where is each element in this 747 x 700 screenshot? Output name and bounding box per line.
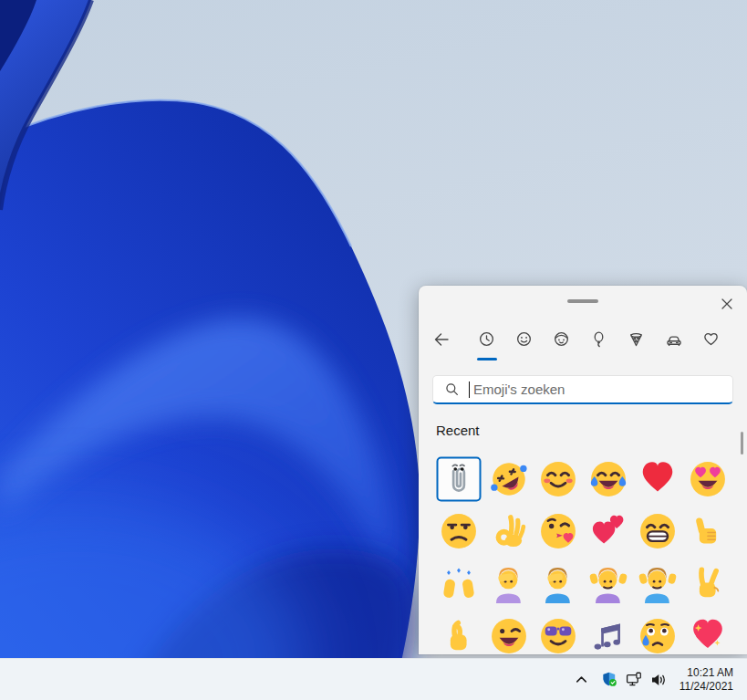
emoji-heart-eyes[interactable] xyxy=(683,453,733,505)
category-food[interactable] xyxy=(617,323,655,358)
emoji-panel: Recent xyxy=(419,286,747,654)
emoji-unamused-face[interactable] xyxy=(434,505,484,557)
emoji-grinning-face[interactable] xyxy=(633,505,683,557)
person-icon xyxy=(553,330,570,350)
category-transport[interactable] xyxy=(655,323,692,358)
volume-button[interactable] xyxy=(647,659,671,700)
emoji-clippy-paperclip[interactable] xyxy=(434,453,484,505)
emoji-grid xyxy=(434,453,732,654)
smiley-icon xyxy=(515,330,533,350)
taskbar: 10:21 AM 11/24/2021 xyxy=(0,658,747,700)
emoji-face-blowing-kiss[interactable] xyxy=(534,505,584,557)
emoji-man-shrugging[interactable] xyxy=(633,558,683,610)
section-title: Recent xyxy=(436,423,480,438)
emoji-musical-notes[interactable] xyxy=(584,610,634,654)
emoji-smiling-face-sunglasses[interactable] xyxy=(534,610,584,654)
back-arrow-icon xyxy=(432,330,451,351)
close-button[interactable] xyxy=(714,292,740,318)
windows-security-button[interactable] xyxy=(597,659,622,700)
category-people[interactable] xyxy=(543,323,580,358)
emoji-woman-facepalming[interactable] xyxy=(484,558,534,610)
taskbar-clock[interactable]: 10:21 AM 11/24/2021 xyxy=(680,666,733,694)
search-box[interactable] xyxy=(432,375,733,404)
heart-icon xyxy=(702,330,720,350)
clock-time: 10:21 AM xyxy=(680,666,733,680)
search-icon xyxy=(445,382,459,396)
network-icon xyxy=(625,671,643,689)
category-celebrations[interactable] xyxy=(580,323,617,358)
category-toolbar xyxy=(419,323,747,358)
category-symbols[interactable] xyxy=(692,323,730,358)
clock-icon xyxy=(478,330,495,350)
emoji-rofl[interactable] xyxy=(484,453,534,505)
emoji-face-with-tears-of-joy[interactable] xyxy=(584,453,634,505)
text-caret xyxy=(469,381,470,398)
security-shield-icon xyxy=(601,671,618,688)
emoji-smiling-face-blush[interactable] xyxy=(534,453,584,505)
system-tray: 10:21 AM 11/24/2021 xyxy=(566,659,747,700)
category-smileys[interactable] xyxy=(505,323,543,358)
emoji-crying-face[interactable] xyxy=(633,610,683,654)
emoji-thumbs-up[interactable] xyxy=(683,505,733,557)
category-recent[interactable] xyxy=(468,323,505,358)
emoji-two-hearts[interactable] xyxy=(584,505,634,557)
emoji-ok-hand[interactable] xyxy=(484,505,534,557)
drag-handle[interactable] xyxy=(567,299,598,303)
clock-date: 11/24/2021 xyxy=(680,680,733,694)
network-button[interactable] xyxy=(622,659,647,700)
back-button[interactable] xyxy=(426,323,456,358)
balloon-icon xyxy=(590,330,607,350)
emoji-sparkling-heart[interactable] xyxy=(683,610,733,654)
car-icon xyxy=(665,330,683,351)
chevron-up-icon xyxy=(573,671,590,688)
close-icon xyxy=(721,298,732,312)
emoji-winking-face[interactable] xyxy=(484,610,534,654)
emoji-raising-hands[interactable] xyxy=(434,558,484,610)
category-tabs xyxy=(468,323,730,358)
emoji-red-heart[interactable] xyxy=(633,453,683,505)
hidden-icons-chevron-button[interactable] xyxy=(566,659,597,700)
emoji-victory-hand[interactable] xyxy=(683,558,733,610)
pizza-icon xyxy=(628,330,645,350)
emoji-man-facepalming[interactable] xyxy=(534,558,584,610)
emoji-woman-shrugging[interactable] xyxy=(584,558,634,610)
emoji-crossed-fingers[interactable] xyxy=(434,610,484,654)
scrollbar-thumb[interactable] xyxy=(741,432,743,454)
volume-icon xyxy=(649,671,668,689)
search-input[interactable] xyxy=(472,381,732,398)
